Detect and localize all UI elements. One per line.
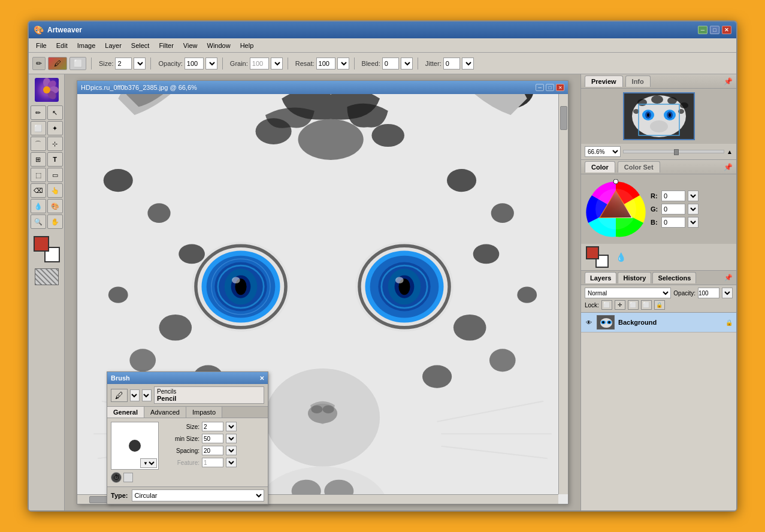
vertical-scrollbar-thumb[interactable]: [560, 106, 567, 130]
brush-type-arrow-left[interactable]: ◄: [130, 389, 140, 401]
rect-select-btn[interactable]: ⬜: [31, 121, 46, 135]
preview-pin-icon[interactable]: 📌: [724, 77, 733, 86]
zoom-arrow-up[interactable]: ▲: [727, 149, 733, 155]
layers-tab[interactable]: Layers: [585, 272, 616, 283]
transform-btn[interactable]: ⊹: [47, 137, 63, 151]
menu-select[interactable]: Select: [126, 41, 155, 50]
r-input[interactable]: [661, 191, 685, 201]
paint-bucket-btn[interactable]: 🎨: [47, 199, 63, 213]
menu-image[interactable]: Image: [72, 41, 101, 50]
clone-btn[interactable]: ⊞: [31, 152, 46, 167]
layer-visibility-btn[interactable]: 👁: [585, 318, 593, 327]
menu-layer[interactable]: Layer: [100, 41, 126, 50]
menu-view[interactable]: View: [179, 41, 202, 50]
menu-edit[interactable]: Edit: [52, 41, 72, 50]
brush-min-size-input[interactable]: [202, 434, 223, 443]
size-dropdown[interactable]: ▼: [134, 58, 146, 69]
menu-filter[interactable]: Filter: [154, 41, 178, 50]
hand-btn[interactable]: ✋: [47, 214, 63, 229]
select-tool-btn[interactable]: ↖: [47, 105, 63, 120]
brush-tab-general[interactable]: General: [107, 407, 144, 418]
pattern-swatch[interactable]: [35, 268, 59, 285]
preview-tab[interactable]: Preview: [585, 75, 623, 87]
bleed-input[interactable]: [382, 58, 399, 69]
canvas-close-btn[interactable]: ✕: [556, 84, 564, 91]
color-fg-swatch-small[interactable]: [586, 246, 599, 259]
color-set-tab[interactable]: Color Set: [618, 161, 660, 173]
minimize-button[interactable]: ─: [698, 26, 707, 34]
color-tab[interactable]: Color: [585, 161, 615, 173]
resat-input[interactable]: [316, 58, 335, 69]
b-arrow[interactable]: ▼: [688, 217, 699, 228]
grain-input[interactable]: [250, 58, 269, 69]
zoom-dropdown[interactable]: 66.6% 100% 50%: [585, 146, 621, 157]
brush-type-arrow-right[interactable]: ►: [142, 389, 152, 401]
selections-tab[interactable]: Selections: [652, 272, 696, 283]
brush-panel-close-btn[interactable]: ✕: [259, 375, 264, 382]
jitter-input[interactable]: [443, 58, 460, 69]
zoom-slider-thumb[interactable]: [674, 149, 679, 155]
brush-size-dropdown[interactable]: ▼: [226, 422, 237, 431]
b-input[interactable]: [661, 217, 685, 228]
close-button[interactable]: ✕: [722, 26, 731, 34]
r-arrow[interactable]: ▼: [688, 191, 699, 201]
menu-help[interactable]: Help: [235, 41, 259, 50]
text-btn[interactable]: T: [47, 152, 63, 167]
layers-opacity-dropdown[interactable]: ▼: [722, 288, 733, 298]
info-tab[interactable]: Info: [625, 75, 651, 87]
eyedropper-btn[interactable]: 💧: [31, 199, 46, 213]
zoom-slider[interactable]: [623, 150, 724, 153]
bleed-dropdown[interactable]: ▼: [401, 58, 413, 69]
brush-tab-impasto[interactable]: Impasto: [186, 407, 222, 418]
color-swatch-icon[interactable]: ⬜: [69, 57, 86, 70]
lock-move-btn[interactable]: ✛: [615, 300, 625, 310]
brush-feature-dropdown[interactable]: ▼: [226, 458, 237, 467]
lock-pixels-btn[interactable]: ⬜: [641, 300, 652, 310]
opacity-dropdown[interactable]: ▼: [205, 58, 217, 69]
brush-feature-input[interactable]: [202, 458, 223, 467]
fill-btn[interactable]: ▭: [47, 168, 63, 182]
brush-shape-dropdown[interactable]: ▼: [140, 458, 157, 468]
brush-icon-btn[interactable]: 🖊: [111, 389, 128, 402]
magic-wand-btn[interactable]: ✦: [47, 121, 63, 135]
brush-min-size-dropdown[interactable]: ▼: [226, 434, 237, 443]
layers-pin-icon[interactable]: 📌: [724, 274, 733, 282]
size-input[interactable]: [115, 58, 132, 69]
grain-dropdown[interactable]: ▼: [271, 58, 283, 69]
blend-mode-dropdown[interactable]: Normal Multiply Screen Overlay: [585, 288, 671, 298]
lock-icon[interactable]: 🔒: [654, 300, 665, 310]
opacity-input[interactable]: [185, 58, 204, 69]
resat-dropdown[interactable]: ▼: [337, 58, 349, 69]
vertical-scrollbar[interactable]: [558, 94, 568, 494]
canvas-minimize-btn[interactable]: ─: [536, 84, 544, 91]
layers-opacity-input[interactable]: [698, 288, 719, 298]
canvas-restore-btn[interactable]: □: [546, 84, 554, 91]
zoom-btn[interactable]: 🔍: [31, 214, 46, 229]
jitter-dropdown[interactable]: ▼: [462, 58, 474, 69]
eraser-btn[interactable]: ⌫: [31, 183, 46, 198]
layer-item-background[interactable]: 👁 Background 🔒: [581, 313, 736, 332]
color-pin-icon[interactable]: 📌: [724, 163, 733, 171]
brush-tab-advanced[interactable]: Advanced: [144, 407, 186, 418]
foreground-color-swatch[interactable]: [34, 236, 49, 252]
maximize-button[interactable]: □: [710, 26, 719, 34]
g-arrow[interactable]: ▼: [688, 204, 699, 214]
g-input[interactable]: [661, 204, 685, 214]
brush-tool-icon[interactable]: ✏: [32, 57, 46, 70]
brush-size-input[interactable]: [202, 422, 223, 431]
history-tab[interactable]: History: [618, 272, 651, 283]
lock-transparency-btn[interactable]: ⬜: [601, 300, 612, 310]
brush-preset-icon[interactable]: 🖊: [48, 57, 67, 70]
smudge-btn[interactable]: 👆: [47, 183, 63, 198]
menu-window[interactable]: Window: [202, 41, 235, 50]
dropper-icon[interactable]: 💧: [616, 252, 626, 262]
color-wheel[interactable]: [586, 179, 646, 239]
lasso-btn[interactable]: ⌒: [31, 137, 46, 151]
lock-all-btn[interactable]: ⬜: [628, 300, 639, 310]
brush-type-dropdown[interactable]: Circular Flat Pointed: [132, 489, 264, 501]
menu-file[interactable]: File: [31, 41, 52, 50]
brush-spacing-dropdown[interactable]: ▼: [226, 446, 237, 455]
brush-tool-btn[interactable]: ✏: [31, 105, 46, 120]
shape-btn[interactable]: ⬚: [31, 168, 46, 182]
brush-spacing-input[interactable]: [202, 446, 223, 455]
